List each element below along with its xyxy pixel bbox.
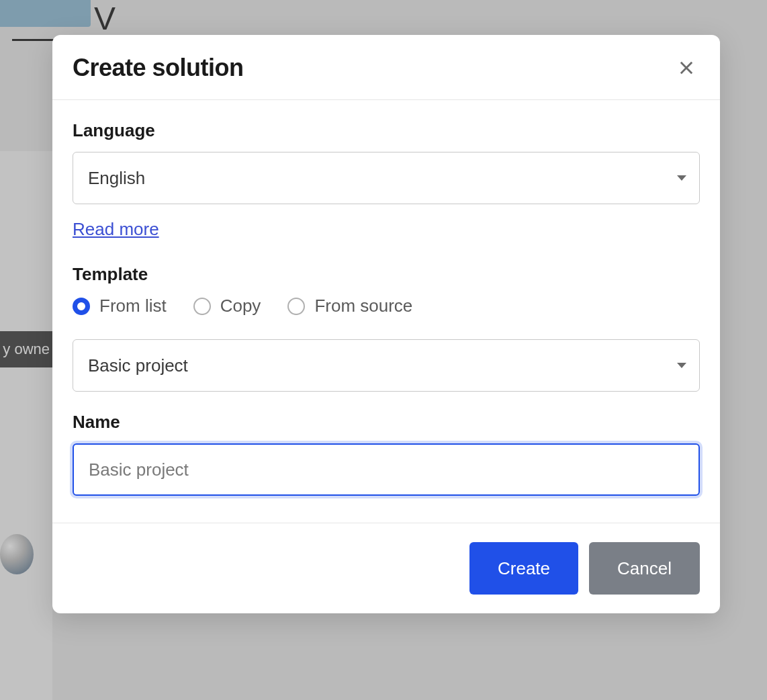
template-radio-group: From list Copy From source xyxy=(73,296,700,316)
name-input-wrap xyxy=(73,443,700,496)
language-label: Language xyxy=(73,120,700,141)
template-label: Template xyxy=(73,264,700,285)
modal-title: Create solution xyxy=(73,54,244,82)
name-input[interactable] xyxy=(73,443,700,496)
radio-label-copy: Copy xyxy=(220,296,261,316)
radio-indicator xyxy=(193,298,211,315)
modal-body: Language English Read more Template From… xyxy=(52,100,720,523)
name-label: Name xyxy=(73,412,700,433)
radio-copy[interactable]: Copy xyxy=(193,296,261,316)
modal-footer: Create Cancel xyxy=(52,523,720,613)
radio-label-from-source: From source xyxy=(314,296,412,316)
read-more-link[interactable]: Read more xyxy=(73,219,159,240)
close-button[interactable] xyxy=(673,54,700,81)
cancel-button[interactable]: Cancel xyxy=(589,542,700,595)
language-select[interactable]: English xyxy=(73,152,700,204)
radio-indicator xyxy=(287,298,305,315)
radio-from-source[interactable]: From source xyxy=(287,296,412,316)
modal-header: Create solution xyxy=(52,35,720,100)
radio-label-from-list: From list xyxy=(99,296,167,316)
radio-from-list[interactable]: From list xyxy=(73,296,167,316)
create-solution-modal: Create solution Language English Read mo… xyxy=(52,35,720,613)
language-select-wrap: English xyxy=(73,152,700,204)
close-icon xyxy=(677,58,696,77)
radio-indicator xyxy=(73,298,90,315)
template-select[interactable]: Basic project xyxy=(73,339,700,392)
create-button[interactable]: Create xyxy=(469,542,578,595)
template-select-wrap: Basic project xyxy=(73,339,700,392)
